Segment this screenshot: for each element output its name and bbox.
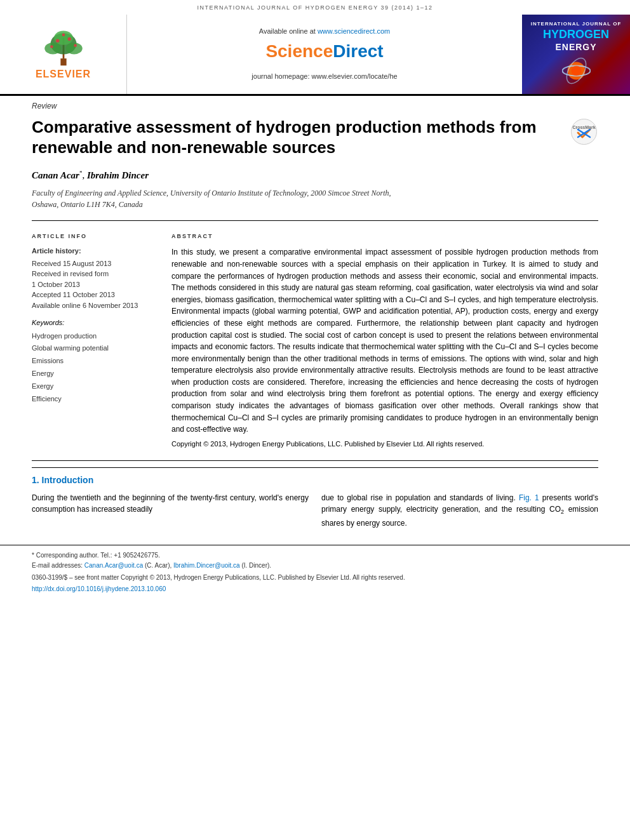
svg-point-14 (571, 65, 581, 76)
svg-point-10 (62, 34, 65, 37)
accepted-text: Accepted 11 October 2013 (32, 290, 159, 300)
copyright-text: Copyright © 2013, Hydrogen Energy Public… (171, 439, 598, 449)
intro-section-heading: Introduction (42, 475, 94, 485)
svg-point-9 (74, 44, 77, 48)
history-label: Article history: (32, 246, 159, 256)
journal-logo-subtitle: International Journal of (531, 21, 622, 27)
svg-point-4 (65, 43, 82, 55)
svg-point-8 (50, 46, 53, 49)
affiliation-line1: Faculty of Engineering and Applied Scien… (32, 189, 391, 197)
journal-logo-energy: ENERGY (555, 41, 596, 54)
sciencedirect-url[interactable]: www.sciencedirect.com (318, 27, 390, 35)
article-title-text: Comparative assessment of hydrogen produ… (32, 117, 570, 157)
email1-link[interactable]: Canan.Acar@uoit.ca (84, 562, 143, 569)
journal-citation: International Journal of Hydrogen Energy… (197, 4, 432, 11)
journal-planet-icon (562, 57, 591, 85)
introduction-section: 1. Introduction During the twentieth and… (32, 467, 598, 535)
footer-area: * Corresponding author. Tel.: +1 9052426… (0, 545, 630, 571)
intro-left-col: During the twentieth and the beginning o… (32, 492, 309, 530)
footer-copyright-line: 0360-3199/$ – see front matter Copyright… (0, 571, 630, 585)
center-header: Available online at www.sciencedirect.co… (127, 15, 522, 94)
author-1: Canan Acar (32, 170, 79, 180)
info-abstract-section: Article Info Article history: Received 1… (32, 226, 598, 455)
abstract-section-label: Abstract (171, 232, 598, 241)
divider-1 (32, 220, 598, 221)
intro-section-number: 1. (32, 475, 39, 485)
keyword-1: Hydrogen production (32, 330, 159, 343)
keyword-2: Global warming potential (32, 342, 159, 355)
keyword-6: Efficiency (32, 393, 159, 406)
svg-text:CrossMark: CrossMark (572, 125, 595, 130)
main-content: Review Comparative assessment of hydroge… (0, 96, 630, 536)
abstract-text: In this study, we present a comparative … (171, 246, 598, 436)
keywords-label: Keywords: (32, 318, 159, 328)
svg-point-3 (44, 43, 61, 55)
intro-cols: During the twentieth and the beginning o… (32, 492, 598, 530)
article-info-section-label: Article Info (32, 232, 159, 241)
sd-direct: Direct (333, 41, 383, 61)
affiliation-line2: Oshawa, Ontario L1H 7K4, Canada (32, 200, 143, 209)
email2-author: (I. Dincer). (241, 562, 271, 569)
fig1-reference: Fig. 1 (519, 493, 539, 502)
footnote-email-line: E-mail addresses: Canan.Acar@uoit.ca (C.… (32, 561, 598, 571)
online-text: Available online 6 November 2013 (32, 300, 159, 311)
elsevier-brand-text: ELSEVIER (36, 67, 91, 81)
review-label: Review (32, 96, 598, 114)
email1-author: (C. Acar), (145, 562, 171, 569)
keyword-3: Emissions (32, 355, 159, 368)
header-area: ELSEVIER Available online at www.science… (0, 15, 630, 96)
keyword-5: Exergy (32, 380, 159, 393)
journal-homepage-text: journal homepage: www.elsevier.com/locat… (251, 72, 397, 81)
elsevier-logo-block: ELSEVIER (0, 15, 127, 94)
sd-science: Science (265, 41, 333, 61)
intro-section-title: 1. Introduction (32, 474, 598, 487)
available-online-text: Available online at www.sciencedirect.co… (259, 27, 390, 36)
footnote-corresponding: * Corresponding author. Tel.: +1 9052426… (32, 550, 598, 561)
svg-point-6 (55, 39, 59, 43)
elsevier-tree-icon (38, 26, 89, 67)
keyword-4: Energy (32, 368, 159, 380)
article-info-col: Article Info Article history: Received 1… (32, 232, 159, 449)
abstract-col: Abstract In this study, we present a com… (171, 232, 598, 449)
svg-rect-0 (60, 58, 66, 65)
intro-right-text: due to global rise in population and sta… (321, 492, 598, 530)
svg-point-7 (67, 37, 71, 41)
divider-2 (32, 460, 598, 461)
sciencedirect-logo: ScienceDirect (265, 39, 383, 63)
affiliation-block: Faculty of Engineering and Applied Scien… (32, 185, 598, 215)
intro-right-col: due to global rise in population and sta… (321, 492, 598, 530)
article-title-block: Comparative assessment of hydrogen produ… (32, 114, 598, 163)
email2-link[interactable]: Ibrahim.Dincer@uoit.ca (173, 562, 240, 569)
crossmark-icon: CrossMark (570, 117, 598, 146)
journal-top-bar: International Journal of Hydrogen Energy… (0, 0, 630, 15)
svg-point-15 (572, 119, 597, 145)
received-text: Received 15 August 2013 (32, 258, 159, 269)
journal-logo-block: International Journal of HYDROGEN ENERGY (522, 15, 630, 94)
authors-line: Canan Acar*, Ibrahim Dincer (32, 164, 598, 185)
revised-label-text: Received in revised form (32, 269, 159, 279)
footer-doi-link[interactable]: http://dx.doi.org/10.1016/j.ijhydene.201… (0, 585, 630, 600)
revised-date-text: 1 October 2013 (32, 279, 159, 290)
author-2: Ibrahim Dincer (87, 170, 149, 180)
intro-left-text: During the twentieth and the beginning o… (32, 492, 309, 516)
journal-logo-hydrogen: HYDROGEN (543, 29, 609, 40)
email-label: E-mail addresses: (32, 562, 83, 569)
